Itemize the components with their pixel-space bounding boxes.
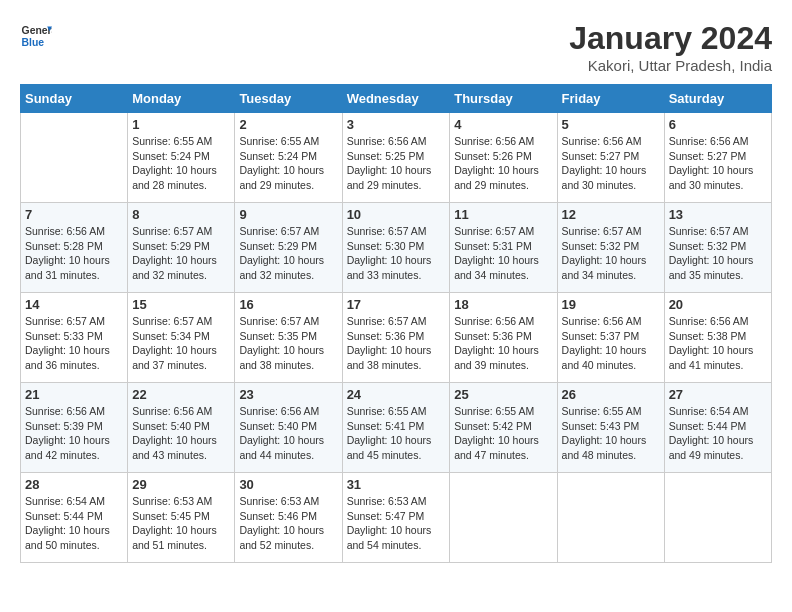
day-number: 6	[669, 117, 767, 132]
day-number: 8	[132, 207, 230, 222]
day-number: 1	[132, 117, 230, 132]
day-info: Sunrise: 6:56 AMSunset: 5:28 PMDaylight:…	[25, 224, 123, 283]
week-row-2: 7Sunrise: 6:56 AMSunset: 5:28 PMDaylight…	[21, 203, 772, 293]
day-info: Sunrise: 6:57 AMSunset: 5:32 PMDaylight:…	[562, 224, 660, 283]
location: Kakori, Uttar Pradesh, India	[569, 57, 772, 74]
day-info: Sunrise: 6:57 AMSunset: 5:29 PMDaylight:…	[239, 224, 337, 283]
month-title: January 2024	[569, 20, 772, 57]
day-info: Sunrise: 6:57 AMSunset: 5:29 PMDaylight:…	[132, 224, 230, 283]
day-number: 28	[25, 477, 123, 492]
day-info: Sunrise: 6:53 AMSunset: 5:47 PMDaylight:…	[347, 494, 446, 553]
day-cell: 29Sunrise: 6:53 AMSunset: 5:45 PMDayligh…	[128, 473, 235, 563]
day-info: Sunrise: 6:56 AMSunset: 5:26 PMDaylight:…	[454, 134, 552, 193]
day-number: 7	[25, 207, 123, 222]
weekday-header-tuesday: Tuesday	[235, 85, 342, 113]
page-header: General Blue January 2024 Kakori, Uttar …	[20, 20, 772, 74]
title-block: January 2024 Kakori, Uttar Pradesh, Indi…	[569, 20, 772, 74]
weekday-header-saturday: Saturday	[664, 85, 771, 113]
day-cell: 26Sunrise: 6:55 AMSunset: 5:43 PMDayligh…	[557, 383, 664, 473]
day-number: 27	[669, 387, 767, 402]
day-cell: 17Sunrise: 6:57 AMSunset: 5:36 PMDayligh…	[342, 293, 450, 383]
day-info: Sunrise: 6:54 AMSunset: 5:44 PMDaylight:…	[25, 494, 123, 553]
day-number: 22	[132, 387, 230, 402]
day-number: 10	[347, 207, 446, 222]
day-cell: 27Sunrise: 6:54 AMSunset: 5:44 PMDayligh…	[664, 383, 771, 473]
day-cell: 20Sunrise: 6:56 AMSunset: 5:38 PMDayligh…	[664, 293, 771, 383]
weekday-header-row: SundayMondayTuesdayWednesdayThursdayFrid…	[21, 85, 772, 113]
day-info: Sunrise: 6:57 AMSunset: 5:31 PMDaylight:…	[454, 224, 552, 283]
day-number: 30	[239, 477, 337, 492]
day-info: Sunrise: 6:53 AMSunset: 5:46 PMDaylight:…	[239, 494, 337, 553]
day-number: 21	[25, 387, 123, 402]
day-cell: 2Sunrise: 6:55 AMSunset: 5:24 PMDaylight…	[235, 113, 342, 203]
day-cell: 30Sunrise: 6:53 AMSunset: 5:46 PMDayligh…	[235, 473, 342, 563]
day-cell: 31Sunrise: 6:53 AMSunset: 5:47 PMDayligh…	[342, 473, 450, 563]
week-row-3: 14Sunrise: 6:57 AMSunset: 5:33 PMDayligh…	[21, 293, 772, 383]
day-number: 19	[562, 297, 660, 312]
day-number: 9	[239, 207, 337, 222]
week-row-4: 21Sunrise: 6:56 AMSunset: 5:39 PMDayligh…	[21, 383, 772, 473]
day-number: 15	[132, 297, 230, 312]
day-info: Sunrise: 6:56 AMSunset: 5:27 PMDaylight:…	[562, 134, 660, 193]
day-number: 4	[454, 117, 552, 132]
day-cell: 12Sunrise: 6:57 AMSunset: 5:32 PMDayligh…	[557, 203, 664, 293]
day-cell: 4Sunrise: 6:56 AMSunset: 5:26 PMDaylight…	[450, 113, 557, 203]
day-info: Sunrise: 6:56 AMSunset: 5:40 PMDaylight:…	[132, 404, 230, 463]
day-info: Sunrise: 6:55 AMSunset: 5:41 PMDaylight:…	[347, 404, 446, 463]
day-info: Sunrise: 6:55 AMSunset: 5:24 PMDaylight:…	[239, 134, 337, 193]
day-number: 2	[239, 117, 337, 132]
day-cell	[664, 473, 771, 563]
day-info: Sunrise: 6:56 AMSunset: 5:25 PMDaylight:…	[347, 134, 446, 193]
day-number: 3	[347, 117, 446, 132]
day-cell: 8Sunrise: 6:57 AMSunset: 5:29 PMDaylight…	[128, 203, 235, 293]
day-info: Sunrise: 6:57 AMSunset: 5:34 PMDaylight:…	[132, 314, 230, 373]
day-cell: 22Sunrise: 6:56 AMSunset: 5:40 PMDayligh…	[128, 383, 235, 473]
weekday-header-sunday: Sunday	[21, 85, 128, 113]
day-number: 11	[454, 207, 552, 222]
day-info: Sunrise: 6:57 AMSunset: 5:33 PMDaylight:…	[25, 314, 123, 373]
day-info: Sunrise: 6:57 AMSunset: 5:32 PMDaylight:…	[669, 224, 767, 283]
day-cell: 14Sunrise: 6:57 AMSunset: 5:33 PMDayligh…	[21, 293, 128, 383]
logo: General Blue	[20, 20, 52, 52]
day-number: 24	[347, 387, 446, 402]
svg-text:General: General	[22, 25, 52, 36]
logo-icon: General Blue	[20, 20, 52, 52]
day-number: 17	[347, 297, 446, 312]
day-info: Sunrise: 6:56 AMSunset: 5:37 PMDaylight:…	[562, 314, 660, 373]
day-number: 5	[562, 117, 660, 132]
day-info: Sunrise: 6:55 AMSunset: 5:24 PMDaylight:…	[132, 134, 230, 193]
day-info: Sunrise: 6:56 AMSunset: 5:39 PMDaylight:…	[25, 404, 123, 463]
day-cell: 10Sunrise: 6:57 AMSunset: 5:30 PMDayligh…	[342, 203, 450, 293]
day-number: 13	[669, 207, 767, 222]
day-cell: 13Sunrise: 6:57 AMSunset: 5:32 PMDayligh…	[664, 203, 771, 293]
day-info: Sunrise: 6:56 AMSunset: 5:36 PMDaylight:…	[454, 314, 552, 373]
day-cell: 11Sunrise: 6:57 AMSunset: 5:31 PMDayligh…	[450, 203, 557, 293]
day-cell	[557, 473, 664, 563]
weekday-header-wednesday: Wednesday	[342, 85, 450, 113]
svg-text:Blue: Blue	[22, 37, 45, 48]
day-number: 14	[25, 297, 123, 312]
day-cell: 6Sunrise: 6:56 AMSunset: 5:27 PMDaylight…	[664, 113, 771, 203]
calendar-table: SundayMondayTuesdayWednesdayThursdayFrid…	[20, 84, 772, 563]
day-info: Sunrise: 6:56 AMSunset: 5:38 PMDaylight:…	[669, 314, 767, 373]
week-row-5: 28Sunrise: 6:54 AMSunset: 5:44 PMDayligh…	[21, 473, 772, 563]
day-info: Sunrise: 6:56 AMSunset: 5:27 PMDaylight:…	[669, 134, 767, 193]
day-info: Sunrise: 6:57 AMSunset: 5:35 PMDaylight:…	[239, 314, 337, 373]
day-cell: 7Sunrise: 6:56 AMSunset: 5:28 PMDaylight…	[21, 203, 128, 293]
day-cell	[450, 473, 557, 563]
day-cell	[21, 113, 128, 203]
day-number: 29	[132, 477, 230, 492]
weekday-header-monday: Monday	[128, 85, 235, 113]
weekday-header-thursday: Thursday	[450, 85, 557, 113]
day-number: 31	[347, 477, 446, 492]
day-info: Sunrise: 6:55 AMSunset: 5:42 PMDaylight:…	[454, 404, 552, 463]
day-number: 26	[562, 387, 660, 402]
day-number: 16	[239, 297, 337, 312]
day-cell: 28Sunrise: 6:54 AMSunset: 5:44 PMDayligh…	[21, 473, 128, 563]
day-info: Sunrise: 6:57 AMSunset: 5:30 PMDaylight:…	[347, 224, 446, 283]
day-cell: 1Sunrise: 6:55 AMSunset: 5:24 PMDaylight…	[128, 113, 235, 203]
weekday-header-friday: Friday	[557, 85, 664, 113]
day-info: Sunrise: 6:54 AMSunset: 5:44 PMDaylight:…	[669, 404, 767, 463]
day-cell: 24Sunrise: 6:55 AMSunset: 5:41 PMDayligh…	[342, 383, 450, 473]
day-cell: 16Sunrise: 6:57 AMSunset: 5:35 PMDayligh…	[235, 293, 342, 383]
